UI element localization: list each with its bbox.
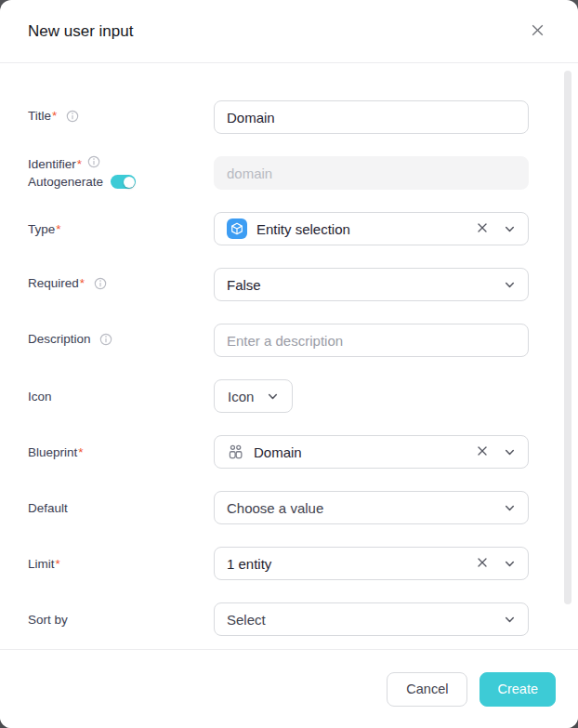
cube-icon bbox=[227, 218, 247, 239]
type-select-value: Entity selection bbox=[256, 221, 350, 237]
blueprint-select[interactable]: Domain bbox=[214, 435, 529, 469]
limit-select-value: 1 entity bbox=[227, 556, 271, 572]
blueprint-label-group: Blueprint* bbox=[0, 443, 214, 461]
chevron-down-icon bbox=[504, 558, 516, 570]
title-label-group: Title* bbox=[0, 107, 214, 127]
field-row-limit: Limit* 1 entity bbox=[0, 536, 578, 591]
description-label: Description bbox=[28, 332, 91, 346]
required-select-value: False bbox=[227, 277, 261, 293]
required-control: False bbox=[214, 268, 529, 301]
icon-label-group: Icon bbox=[0, 388, 214, 405]
limit-label-group: Limit* bbox=[0, 555, 214, 573]
users-icon bbox=[227, 443, 244, 461]
type-select[interactable]: Entity selection bbox=[214, 212, 529, 245]
identifier-control bbox=[214, 156, 529, 190]
required-asterisk: * bbox=[56, 557, 60, 571]
chevron-down-icon bbox=[504, 223, 516, 235]
type-clear-button[interactable] bbox=[474, 220, 491, 237]
default-label: Default bbox=[28, 501, 68, 515]
close-button[interactable] bbox=[524, 19, 550, 45]
icon-label: Icon bbox=[28, 390, 52, 404]
limit-label: Limit bbox=[28, 557, 55, 571]
field-row-sort-by: Sort by Select bbox=[0, 591, 578, 647]
new-user-input-modal: New user input Title* Identifier* bbox=[0, 0, 578, 728]
identifier-label-group: Identifier* Autogenerate bbox=[0, 155, 214, 191]
required-asterisk: * bbox=[56, 222, 60, 236]
x-icon bbox=[476, 221, 489, 237]
blueprint-clear-button[interactable] bbox=[474, 443, 491, 460]
default-select-placeholder: Choose a value bbox=[227, 500, 323, 516]
type-label: Type bbox=[28, 222, 55, 236]
sort-by-select[interactable]: Select bbox=[214, 602, 529, 636]
identifier-label-line: Identifier* bbox=[28, 155, 204, 173]
limit-select[interactable]: 1 entity bbox=[214, 547, 529, 580]
required-label: Required bbox=[28, 276, 79, 290]
chevron-down-icon bbox=[504, 502, 516, 514]
blueprint-control: Domain bbox=[214, 435, 529, 469]
field-row-identifier: Identifier* Autogenerate bbox=[0, 145, 578, 201]
autogenerate-label: Autogenerate bbox=[28, 173, 103, 191]
modal-header: New user input bbox=[0, 0, 578, 63]
cancel-button[interactable]: Cancel bbox=[387, 672, 467, 707]
modal-title: New user input bbox=[28, 22, 133, 41]
blueprint-select-value: Domain bbox=[254, 444, 302, 460]
limit-control: 1 entity bbox=[214, 547, 529, 580]
sort-by-control: Select bbox=[214, 602, 529, 636]
required-asterisk: * bbox=[52, 109, 57, 123]
chevron-down-icon bbox=[504, 614, 516, 626]
chevron-down-icon bbox=[504, 279, 516, 291]
identifier-input bbox=[214, 156, 529, 190]
default-label-group: Default bbox=[0, 499, 214, 517]
field-row-title: Title* bbox=[0, 89, 578, 145]
required-asterisk: * bbox=[80, 276, 85, 290]
autogenerate-toggle[interactable] bbox=[111, 175, 136, 189]
close-icon bbox=[530, 22, 545, 41]
type-control: Entity selection bbox=[214, 212, 529, 245]
chevron-down-icon bbox=[267, 390, 279, 403]
info-icon[interactable] bbox=[94, 277, 107, 295]
modal-footer: Cancel Create bbox=[0, 649, 578, 728]
info-icon[interactable] bbox=[99, 333, 112, 351]
field-row-icon: Icon Icon bbox=[0, 368, 578, 424]
type-label-group: Type* bbox=[0, 220, 214, 238]
identifier-label: Identifier bbox=[28, 155, 76, 173]
sort-by-select-placeholder: Select bbox=[227, 612, 266, 628]
required-asterisk: * bbox=[78, 445, 83, 459]
chevron-down-icon bbox=[504, 446, 516, 458]
field-row-blueprint: Blueprint* Domain bbox=[0, 424, 578, 480]
info-icon[interactable] bbox=[87, 155, 100, 173]
title-control bbox=[214, 100, 529, 134]
modal-body: Title* Identifier* Autogenerate bbox=[0, 63, 578, 647]
default-control: Choose a value bbox=[214, 491, 529, 524]
required-label-group: Required* bbox=[0, 274, 214, 295]
description-input[interactable] bbox=[214, 324, 529, 357]
icon-picker-button[interactable]: Icon bbox=[214, 379, 293, 413]
x-icon bbox=[476, 556, 489, 572]
default-select[interactable]: Choose a value bbox=[214, 491, 529, 524]
description-control bbox=[214, 324, 529, 357]
icon-control: Icon bbox=[214, 379, 529, 413]
icon-picker-label: Icon bbox=[228, 389, 254, 404]
scrollbar-thumb[interactable] bbox=[564, 71, 571, 604]
blueprint-label: Blueprint bbox=[28, 445, 77, 459]
sort-by-label: Sort by bbox=[28, 613, 68, 627]
field-row-default: Default Choose a value bbox=[0, 480, 578, 536]
required-asterisk: * bbox=[77, 155, 82, 173]
title-input[interactable] bbox=[214, 100, 529, 134]
field-row-description: Description bbox=[0, 312, 578, 368]
field-row-required: Required* False bbox=[0, 257, 578, 312]
info-icon[interactable] bbox=[66, 110, 79, 127]
required-select[interactable]: False bbox=[214, 268, 529, 301]
create-button[interactable]: Create bbox=[479, 672, 556, 707]
toggle-knob bbox=[124, 177, 135, 188]
title-label: Title bbox=[28, 109, 51, 123]
limit-clear-button[interactable] bbox=[474, 555, 491, 572]
sort-by-label-group: Sort by bbox=[0, 611, 214, 629]
autogenerate-line: Autogenerate bbox=[28, 173, 204, 191]
x-icon bbox=[476, 444, 489, 460]
description-label-group: Description bbox=[0, 330, 214, 351]
field-row-type: Type* Entity selection bbox=[0, 201, 578, 257]
